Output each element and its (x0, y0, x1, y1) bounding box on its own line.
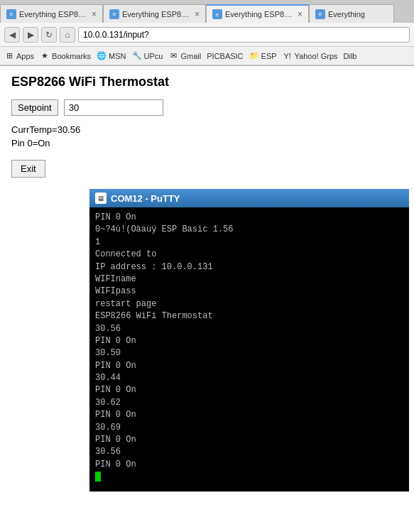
tab-title-2: Everything ESP8266 - (122, 10, 192, 18)
terminal-line: 0~?4ù!(Oàaùÿ ESP Basic 1.56 (95, 224, 403, 236)
bookmark-esp[interactable]: 📁 ESP (249, 51, 277, 61)
setpoint-row: Setpoint (11, 99, 403, 116)
terminal-line: ESP8266 WiFi Thermostat (95, 310, 403, 322)
bookmark-apps-label: Apps (16, 52, 34, 60)
bookmark-gmail[interactable]: ✉ Gmail (168, 51, 201, 61)
tab-favicon-1: e (6, 9, 16, 19)
terminal-line: Connected to (95, 249, 403, 261)
tab-close-1[interactable]: × (92, 9, 97, 19)
terminal-line: WIFIname (95, 273, 403, 286)
terminal-cursor (95, 472, 101, 482)
bookmark-upcu-label: UPcu (144, 52, 163, 60)
esp-icon: 📁 (249, 51, 259, 61)
tab-favicon-3: e (212, 9, 222, 19)
terminal-line: 30.44 (95, 372, 403, 384)
pin-status-text: Pin 0=On (11, 138, 403, 148)
bookmarks-bar: ⊞ Apps ★ Bookmarks 🌐 MSN 🔧 UPcu ✉ Gmail … (0, 47, 414, 65)
terminal-cursor-line (95, 471, 403, 483)
star-icon: ★ (40, 51, 50, 61)
terminal-line: PIN 0 On (95, 434, 403, 446)
putty-terminal[interactable]: PIN 0 On0~?4ù!(Oàaùÿ ESP Basic 1.561Conn… (89, 207, 409, 492)
putty-titlebar: 🖥 COM12 - PuTTY (89, 189, 409, 207)
terminal-line: PIN 0 On (95, 335, 403, 347)
tab-title-3: Everything ESP8266 - (225, 10, 295, 18)
tab-bar: e Everything ESP8266 - × e Everything ES… (0, 0, 414, 23)
bookmark-dilb[interactable]: Dilb (344, 52, 357, 60)
upcu-icon: 🔧 (132, 51, 142, 61)
msn-icon: 🌐 (97, 51, 107, 61)
tab-title-1: Everything ESP8266 - (19, 10, 89, 18)
bookmark-msn[interactable]: 🌐 MSN (97, 51, 126, 61)
exit-button[interactable]: Exit (11, 160, 45, 178)
setpoint-input[interactable] (64, 99, 163, 116)
bookmark-dilb-label: Dilb (344, 52, 357, 60)
terminal-line: 30.56 (95, 446, 403, 458)
bookmark-upcu[interactable]: 🔧 UPcu (132, 51, 163, 61)
tab-close-2[interactable]: × (195, 9, 200, 19)
nav-bar: ◀ ▶ ↻ ⌂ (0, 23, 414, 47)
terminal-line: IP address : 10.0.0.131 (95, 261, 403, 273)
putty-icon: 🖥 (95, 192, 107, 204)
tab-2[interactable]: e Everything ESP8266 - × (103, 4, 206, 23)
apps-icon: ⊞ (4, 51, 14, 61)
yahoo-icon: Y! (283, 51, 293, 61)
back-button[interactable]: ◀ (4, 27, 20, 43)
terminal-line: PIN 0 On (95, 384, 403, 396)
bookmark-gmail-label: Gmail (180, 52, 201, 60)
terminal-line: restart page (95, 298, 403, 310)
bookmark-esp-label: ESP (261, 52, 277, 60)
page-title: ESP8266 WiFi Thermostat (11, 75, 403, 89)
setpoint-button[interactable]: Setpoint (11, 99, 58, 116)
bookmark-yahoo[interactable]: Y! Yahoo! Grps (283, 51, 338, 61)
forward-button[interactable]: ▶ (23, 27, 38, 43)
home-button[interactable]: ⌂ (60, 27, 75, 43)
bookmark-yahoo-label: Yahoo! Grps (295, 52, 338, 60)
bookmark-msn-label: MSN (109, 52, 126, 60)
putty-title: COM12 - PuTTY (111, 193, 403, 204)
terminal-line: 30.62 (95, 397, 403, 409)
curr-temp-text: CurrTemp=30.56 (11, 124, 403, 135)
terminal-line: PIN 0 On (95, 212, 403, 224)
gmail-icon: ✉ (168, 51, 178, 61)
tab-favicon-2: e (109, 9, 119, 19)
page-content: ESP8266 WiFi Thermostat Setpoint CurrTem… (0, 66, 414, 532)
tab-4[interactable]: e Everything (309, 4, 394, 23)
terminal-line: PIN 0 On (95, 360, 403, 372)
reload-button[interactable]: ↻ (41, 27, 57, 43)
bookmark-bookmarks-label: Bookmarks (52, 52, 91, 60)
terminal-line: WIFIpass (95, 286, 403, 298)
tab-favicon-4: e (315, 9, 325, 19)
tab-3[interactable]: e Everything ESP8266 - × (206, 4, 309, 23)
tab-title-4: Everything (328, 10, 388, 18)
bookmark-bookmarks[interactable]: ★ Bookmarks (40, 51, 91, 61)
bookmark-picbasic[interactable]: PICBASIC (207, 52, 243, 60)
address-bar[interactable] (78, 27, 410, 43)
terminal-line: 30.69 (95, 422, 403, 434)
terminal-line: PIN 0 On (95, 459, 403, 471)
bookmark-picbasic-label: PICBASIC (207, 52, 243, 60)
terminal-line: 30.56 (95, 323, 403, 335)
tab-1[interactable]: e Everything ESP8266 - × (0, 4, 103, 23)
putty-window: 🖥 COM12 - PuTTY PIN 0 On0~?4ù!(Oàaùÿ ESP… (89, 189, 409, 492)
terminal-line: 30.50 (95, 347, 403, 359)
terminal-line: 1 (95, 237, 403, 249)
bookmark-apps[interactable]: ⊞ Apps (4, 51, 34, 61)
terminal-line: PIN 0 On (95, 409, 403, 421)
tab-close-3[interactable]: × (298, 9, 303, 19)
